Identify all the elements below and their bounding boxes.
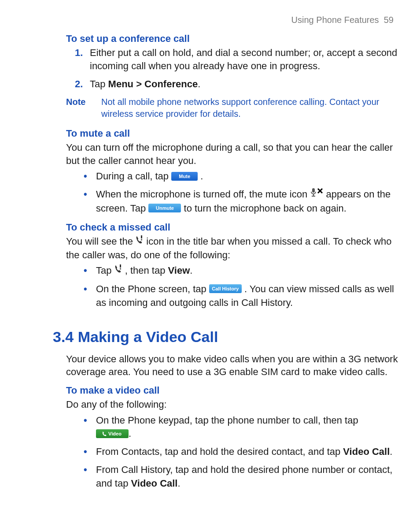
page-number: 59 bbox=[384, 15, 394, 25]
text: From Contacts, tap and hold the desired … bbox=[96, 446, 343, 457]
text: During a call, tap bbox=[96, 171, 171, 182]
svg-rect-0 bbox=[312, 188, 315, 193]
view-bold: View bbox=[168, 265, 190, 276]
section-heading: 3.4 Making a Video Call bbox=[53, 328, 398, 346]
make-bullet-1: On the Phone keypad, tap the phone numbe… bbox=[84, 414, 398, 441]
mute-bullet-2: When the microphone is turned off, the m… bbox=[84, 188, 398, 215]
text: On the Phone keypad, tap the phone numbe… bbox=[96, 415, 358, 426]
mute-bullets: During a call, tap Mute . When the micro… bbox=[84, 170, 398, 215]
chip-label: Video bbox=[108, 431, 122, 436]
chapter-title: Using Phone Features bbox=[291, 15, 379, 25]
make-video-intro: Do any of the following: bbox=[66, 398, 398, 411]
missed-bullets: Tap , then tap View. On the Phone screen… bbox=[84, 264, 398, 309]
svg-rect-5 bbox=[141, 235, 142, 238]
text: You will see the bbox=[66, 236, 136, 247]
microphone-muted-icon bbox=[310, 187, 323, 201]
text: to turn the microphone back on again. bbox=[184, 203, 346, 214]
make-bullet-2: From Contacts, tap and hold the desired … bbox=[84, 445, 398, 459]
bold: Video Call bbox=[343, 446, 390, 457]
missed-bullet-1: Tap , then tap View. bbox=[84, 264, 398, 278]
heading-mute: To mute a call bbox=[66, 128, 398, 139]
text: . bbox=[177, 478, 180, 489]
conference-steps: Either put a call on hold, and dial a se… bbox=[75, 46, 398, 91]
make-bullet-3: From Call History, tap and hold the desi… bbox=[84, 463, 398, 491]
text: , then tap bbox=[125, 265, 168, 276]
svg-point-8 bbox=[119, 268, 121, 270]
step-2-prefix: Tap bbox=[90, 78, 108, 89]
video-call-button-icon: Video bbox=[96, 429, 129, 438]
step-1-text: Either put a call on hold, and dial a se… bbox=[90, 47, 397, 71]
heading-missed: To check a missed call bbox=[66, 222, 398, 233]
step-2: Tap Menu > Conference. bbox=[75, 78, 398, 91]
call-history-button-icon: Call History bbox=[209, 284, 242, 293]
text: Tap bbox=[96, 265, 114, 276]
step-2-suffix: . bbox=[198, 78, 200, 89]
mute-intro: You can turn off the microphone during a… bbox=[66, 141, 398, 167]
note-block: Note Not all mobile phone networks suppo… bbox=[66, 96, 398, 120]
section-intro: Your device allows you to make video cal… bbox=[66, 353, 398, 379]
heading-make-video: To make a video call bbox=[66, 385, 398, 396]
running-header: Using Phone Features 59 bbox=[22, 15, 398, 25]
text: . bbox=[390, 446, 392, 457]
mute-button-icon: Mute bbox=[171, 172, 198, 181]
text: . bbox=[200, 171, 203, 182]
text: On the Phone screen, tap bbox=[96, 283, 209, 294]
document-page: Using Phone Features 59 To set up a conf… bbox=[0, 0, 420, 517]
missed-bullet-2: On the Phone screen, tap Call History . … bbox=[84, 283, 398, 310]
bold: Video Call bbox=[131, 478, 178, 489]
mute-bullet-1: During a call, tap Mute . bbox=[84, 170, 398, 183]
missed-call-icon bbox=[136, 234, 144, 248]
note-body: Not all mobile phone networks support co… bbox=[101, 96, 398, 120]
step-1: Either put a call on hold, and dial a se… bbox=[75, 46, 398, 72]
missed-call-icon bbox=[114, 264, 122, 277]
step-2-bold: Menu > Conference bbox=[108, 78, 198, 89]
heading-conference: To set up a conference call bbox=[66, 33, 398, 45]
missed-intro: You will see the icon in the title bar w… bbox=[66, 235, 398, 262]
note-label: Note bbox=[66, 96, 91, 120]
text: . bbox=[190, 265, 192, 276]
svg-rect-7 bbox=[120, 264, 121, 268]
svg-point-6 bbox=[141, 239, 142, 240]
unmute-button-icon: Unmute bbox=[148, 204, 181, 212]
make-video-bullets: On the Phone keypad, tap the phone numbe… bbox=[84, 414, 398, 491]
text: . bbox=[129, 428, 131, 439]
text: When the microphone is turned off, the m… bbox=[96, 189, 310, 200]
